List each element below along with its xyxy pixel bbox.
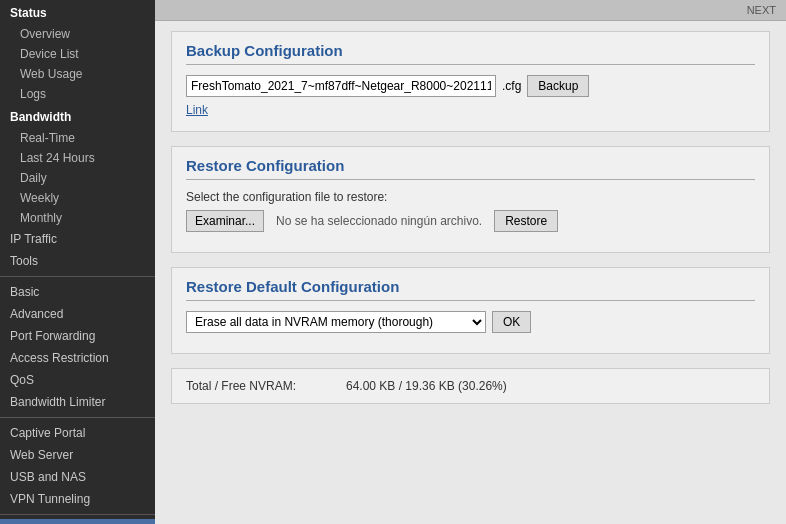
sidebar-item-captive-portal[interactable]: Captive Portal [0,422,155,444]
restore-section: Restore Configuration Select the configu… [171,146,770,253]
nvram-value: 64.00 KB / 19.36 KB (30.26%) [346,379,507,393]
sidebar-item-last-24-hours[interactable]: Last 24 Hours [0,148,155,168]
sidebar-item-daily[interactable]: Daily [0,168,155,188]
sidebar-item-basic[interactable]: Basic [0,281,155,303]
sidebar-item-port-forwarding[interactable]: Port Forwarding [0,325,155,347]
restore-default-title: Restore Default Configuration [186,278,755,301]
sidebar-divider-3 [0,514,155,515]
ok-button[interactable]: OK [492,311,531,333]
sidebar-item-monthly[interactable]: Monthly [0,208,155,228]
nvram-row: Total / Free NVRAM: 64.00 KB / 19.36 KB … [186,379,755,393]
sidebar-item-qos[interactable]: QoS [0,369,155,391]
sidebar-divider-2 [0,417,155,418]
sidebar-item-device-list[interactable]: Device List [0,44,155,64]
top-bar: NEXT [155,0,786,21]
sidebar-section-status[interactable]: Status [0,0,155,24]
backup-section: Backup Configuration .cfg Backup Link [171,31,770,132]
sidebar-item-bandwidth-limiter[interactable]: Bandwidth Limiter [0,391,155,413]
backup-button[interactable]: Backup [527,75,589,97]
erase-select[interactable]: Erase all data in NVRAM memory (thorough… [186,311,486,333]
restore-button[interactable]: Restore [494,210,558,232]
backup-extension: .cfg [502,79,521,93]
sidebar: Status Overview Device List Web Usage Lo… [0,0,155,524]
sidebar-item-tools[interactable]: Tools [0,250,155,272]
main-content: NEXT Backup Configuration .cfg Backup Li… [155,0,786,524]
backup-form-row: .cfg Backup [186,75,755,97]
nvram-box: Total / Free NVRAM: 64.00 KB / 19.36 KB … [171,368,770,404]
no-file-label: No se ha seleccionado ningún archivo. [276,214,482,228]
sidebar-item-advanced[interactable]: Advanced [0,303,155,325]
sidebar-section-administration[interactable]: Administration [0,519,155,524]
next-button[interactable]: NEXT [747,4,776,16]
browse-button[interactable]: Examinar... [186,210,264,232]
backup-filename-input[interactable] [186,75,496,97]
backup-link[interactable]: Link [186,103,208,117]
sidebar-item-vpn-tunneling[interactable]: VPN Tunneling [0,488,155,510]
sidebar-item-overview[interactable]: Overview [0,24,155,44]
sidebar-item-logs[interactable]: Logs [0,84,155,104]
sidebar-item-real-time[interactable]: Real-Time [0,128,155,148]
sidebar-section-bandwidth[interactable]: Bandwidth [0,104,155,128]
sidebar-item-web-usage[interactable]: Web Usage [0,64,155,84]
sidebar-item-access-restriction[interactable]: Access Restriction [0,347,155,369]
restore-select-label: Select the configuration file to restore… [186,190,755,204]
backup-section-title: Backup Configuration [186,42,755,65]
sidebar-item-web-server[interactable]: Web Server [0,444,155,466]
restore-form-row: Examinar... No se ha seleccionado ningún… [186,210,755,232]
nvram-label: Total / Free NVRAM: [186,379,326,393]
sidebar-divider-1 [0,276,155,277]
restore-default-form-row: Erase all data in NVRAM memory (thorough… [186,311,755,333]
sidebar-item-ip-traffic[interactable]: IP Traffic [0,228,155,250]
restore-default-section: Restore Default Configuration Erase all … [171,267,770,354]
sidebar-item-weekly[interactable]: Weekly [0,188,155,208]
sidebar-item-usb-and-nas[interactable]: USB and NAS [0,466,155,488]
content-area: Backup Configuration .cfg Backup Link Re… [155,21,786,414]
restore-section-title: Restore Configuration [186,157,755,180]
